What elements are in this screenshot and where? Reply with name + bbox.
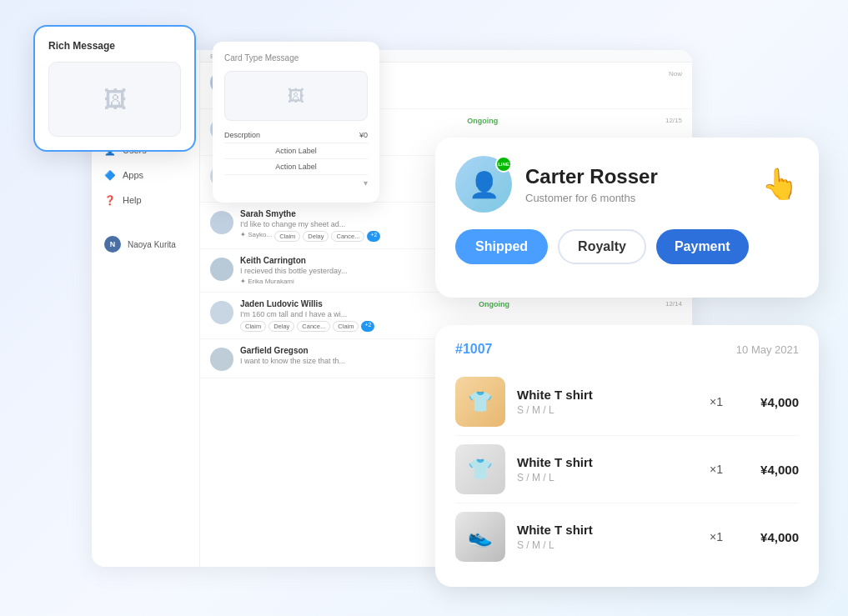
- card-type-title: Card Type Message: [224, 53, 368, 63]
- chat-name: Garfield Gregson: [240, 346, 309, 355]
- image-placeholder-icon: 🖼: [103, 86, 127, 113]
- tag: Delay: [303, 231, 329, 242]
- card-image-placeholder-icon: 🖼: [288, 87, 304, 106]
- order-item: 👟 White T shirt S / M / L ×1 ¥4,000: [455, 503, 799, 570]
- rich-message-title: Rich Message: [48, 40, 181, 52]
- product-name: White T shirt: [517, 455, 692, 469]
- order-item: 👕 White T shirt S / M / L ×1 ¥4,000: [455, 368, 799, 436]
- assignee-label: ✦ Erika Murakami: [240, 278, 294, 285]
- order-id: #1007: [455, 342, 493, 357]
- royalty-button[interactable]: Royalty: [558, 229, 646, 264]
- tag: Claim: [274, 231, 300, 242]
- product-image: 👕: [455, 377, 505, 427]
- order-item-details: White T shirt S / M / L: [517, 523, 692, 551]
- customer-avatar-wrap: 👤 LINE: [455, 156, 512, 213]
- chat-name: Sarah Smythe: [240, 209, 296, 218]
- rich-message-card: Rich Message 🖼: [33, 25, 196, 152]
- chat-preview: I want to know the size that th...: [240, 357, 407, 365]
- customer-name: Carter Rosser: [525, 165, 748, 188]
- rich-message-image-box: 🖼: [48, 62, 181, 137]
- sidebar-item-apps-label: Apps: [123, 170, 143, 180]
- sidebar-user-name: Naoya Kurita: [128, 240, 176, 249]
- card-description-value: ¥0: [359, 131, 368, 139]
- chat-preview: I recieved this bottle yesterday...: [240, 267, 407, 275]
- line-badge-label: LINE: [498, 162, 509, 167]
- product-price: ¥4,000: [740, 530, 799, 544]
- product-qty: ×1: [704, 530, 729, 543]
- person-icon: 👤: [469, 170, 499, 199]
- status-badge: Ongoing: [479, 300, 509, 308]
- main-container: Account 🏢 Accounts 🏪 Stores 👤 Users 🔷 Ap…: [0, 0, 848, 616]
- chat-name: Keith Carrington: [240, 256, 306, 265]
- order-header: #1007 10 May 2021: [455, 342, 799, 357]
- chat-time: 12/14: [665, 300, 682, 308]
- product-qty: ×1: [704, 463, 729, 476]
- product-image: 👟: [455, 512, 505, 562]
- product-price: ¥4,000: [740, 395, 799, 409]
- order-card: #1007 10 May 2021 👕 White T shirt S / M …: [435, 325, 819, 587]
- shipped-button[interactable]: Shipped: [455, 229, 548, 264]
- chat-time: 12/15: [665, 117, 682, 124]
- customer-header: 👤 LINE Carter Rosser Customer for 6 mont…: [455, 156, 799, 213]
- order-date: 10 May 2021: [736, 343, 799, 356]
- card-description-row: Descrption ¥0: [224, 128, 368, 143]
- card-description-label: Descrption: [224, 131, 260, 139]
- card-action-btn-1[interactable]: Action Label: [224, 143, 368, 159]
- product-variant: S / M / L: [517, 472, 692, 483]
- avatar: [210, 211, 233, 234]
- sidebar-item-apps[interactable]: 🔷 Apps: [92, 163, 199, 188]
- help-icon: ❓: [104, 194, 116, 206]
- product-name: White T shirt: [517, 388, 692, 402]
- avatar: N: [104, 236, 121, 253]
- avatar: [210, 301, 233, 324]
- customer-info: Carter Rosser Customer for 6 months: [525, 165, 748, 204]
- cursor-icon: 👆: [761, 167, 799, 202]
- tag: Claim: [333, 321, 359, 332]
- line-badge: LINE: [495, 156, 512, 173]
- card-image-box: 🖼: [224, 71, 368, 121]
- customer-profile-card: 👤 LINE Carter Rosser Customer for 6 mont…: [435, 138, 819, 298]
- status-badge: Ongoing: [467, 117, 498, 125]
- assignee-label: ✦ Sayko...: [240, 231, 272, 242]
- product-variant: S / M / L: [517, 539, 692, 551]
- order-item: 👕 White T shirt S / M / L ×1 ¥4,000: [455, 436, 799, 503]
- avatar: [210, 258, 233, 281]
- payment-button[interactable]: Payment: [656, 229, 749, 264]
- tag: Delay: [268, 321, 294, 332]
- customer-subtitle: Customer for 6 months: [525, 192, 748, 204]
- chat-time: Now: [669, 70, 682, 78]
- chevron-down-icon: ▾: [364, 178, 368, 188]
- sidebar-item-help-label: Help: [123, 195, 142, 205]
- action-buttons: Shipped Royalty Payment: [455, 229, 799, 264]
- sidebar-user: N Naoya Kurita: [92, 229, 199, 259]
- product-qty: ×1: [704, 395, 729, 408]
- chat-preview: I'm 160 cm tall and I have a wi...: [240, 310, 407, 318]
- order-item-details: White T shirt S / M / L: [517, 388, 692, 416]
- chat-name: Jaden Ludovic Willis: [240, 299, 323, 308]
- badge: +2: [367, 231, 380, 242]
- card-type-card: Card Type Message 🖼 Descrption ¥0 Action…: [213, 42, 379, 203]
- sidebar-item-help[interactable]: ❓ Help: [92, 188, 199, 213]
- tag: Cance...: [331, 231, 364, 242]
- badge: +2: [361, 321, 374, 332]
- avatar: [210, 348, 233, 371]
- order-item-details: White T shirt S / M / L: [517, 455, 692, 483]
- tag: Cance...: [297, 321, 330, 332]
- card-dropdown-row: ▾: [224, 175, 368, 191]
- apps-icon: 🔷: [104, 169, 116, 181]
- product-name: White T shirt: [517, 523, 692, 537]
- chat-preview: I'd like to change my sheet ad...: [240, 220, 407, 228]
- product-variant: S / M / L: [517, 404, 692, 416]
- product-image: 👕: [455, 444, 505, 494]
- product-price: ¥4,000: [740, 463, 799, 477]
- tag: Claim: [240, 321, 266, 332]
- card-action-btn-2[interactable]: Action Label: [224, 159, 368, 175]
